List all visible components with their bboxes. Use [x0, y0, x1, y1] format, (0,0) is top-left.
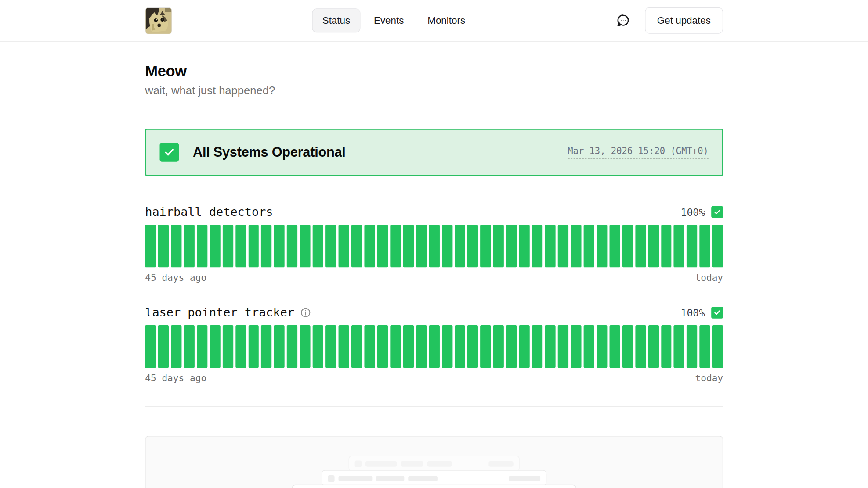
tracker-end-label: today [695, 373, 723, 384]
info-icon[interactable] [300, 307, 311, 318]
uptime-bar[interactable] [261, 225, 271, 267]
uptime-bar[interactable] [390, 325, 401, 368]
uptime-bar[interactable] [364, 325, 375, 368]
uptime-bar[interactable] [145, 325, 156, 368]
uptime-bar[interactable] [571, 225, 581, 267]
uptime-bar[interactable] [300, 225, 311, 267]
uptime-bar[interactable] [687, 225, 697, 267]
uptime-bar[interactable] [545, 225, 555, 267]
uptime-bar[interactable] [248, 225, 259, 267]
uptime-bar[interactable] [661, 225, 672, 267]
uptime-bar[interactable] [467, 225, 478, 267]
uptime-bar[interactable] [377, 325, 388, 368]
uptime-bar[interactable] [712, 225, 723, 267]
feedback-chat-button[interactable] [615, 13, 631, 29]
uptime-bar[interactable] [210, 325, 220, 368]
uptime-bar[interactable] [648, 225, 658, 267]
uptime-bar[interactable] [416, 325, 427, 368]
uptime-bar[interactable] [235, 225, 246, 267]
uptime-bar[interactable] [351, 325, 362, 368]
uptime-bar[interactable] [416, 225, 427, 267]
nav-tab-events[interactable]: Events [364, 8, 414, 32]
uptime-bar[interactable] [532, 325, 542, 368]
uptime-bar[interactable] [481, 225, 491, 267]
uptime-bar[interactable] [661, 325, 672, 368]
uptime-bar[interactable] [481, 325, 491, 368]
uptime-bar[interactable] [274, 325, 285, 368]
uptime-bar[interactable] [222, 225, 233, 267]
uptime-bar[interactable] [571, 325, 581, 368]
uptime-bar[interactable] [197, 225, 207, 267]
uptime-bar[interactable] [558, 225, 568, 267]
nav-tab-status[interactable]: Status [312, 8, 361, 32]
uptime-bar[interactable] [261, 325, 271, 368]
uptime-bar[interactable] [364, 225, 375, 267]
uptime-bar[interactable] [532, 225, 542, 267]
uptime-bar[interactable] [171, 325, 181, 368]
uptime-bar[interactable] [158, 325, 169, 368]
uptime-bar[interactable] [635, 325, 646, 368]
uptime-bar[interactable] [455, 325, 465, 368]
uptime-bar[interactable] [700, 225, 710, 267]
uptime-bar[interactable] [519, 225, 530, 267]
uptime-bar[interactable] [622, 325, 633, 368]
uptime-bar[interactable] [506, 225, 517, 267]
uptime-bar[interactable] [648, 325, 658, 368]
uptime-bar[interactable] [455, 225, 465, 267]
uptime-bar[interactable] [442, 325, 452, 368]
uptime-bar[interactable] [235, 325, 246, 368]
uptime-bar[interactable] [313, 325, 323, 368]
uptime-bar[interactable] [145, 225, 156, 267]
uptime-bar[interactable] [377, 225, 388, 267]
uptime-bar[interactable] [339, 225, 349, 267]
uptime-bar[interactable] [403, 325, 413, 368]
uptime-bar[interactable] [609, 325, 620, 368]
uptime-bar[interactable] [390, 225, 401, 267]
uptime-bar[interactable] [248, 325, 259, 368]
uptime-bar[interactable] [674, 225, 684, 267]
uptime-bar[interactable] [171, 225, 181, 267]
uptime-bar[interactable] [687, 325, 697, 368]
uptime-bar[interactable] [700, 325, 710, 368]
status-banner-timestamp[interactable]: Mar 13, 2026 15:20 (GMT+0) [568, 146, 709, 159]
main-content: Meow wait, what just happened? All Syste… [145, 63, 723, 488]
uptime-bar[interactable] [429, 325, 439, 368]
uptime-bar[interactable] [403, 225, 413, 267]
uptime-bar[interactable] [597, 325, 607, 368]
uptime-bar[interactable] [158, 225, 169, 267]
uptime-bar[interactable] [609, 225, 620, 267]
uptime-bar[interactable] [326, 325, 336, 368]
uptime-bar[interactable] [326, 225, 336, 267]
uptime-bar[interactable] [545, 325, 555, 368]
uptime-bar[interactable] [339, 325, 349, 368]
uptime-bar[interactable] [622, 225, 633, 267]
uptime-bar[interactable] [287, 225, 297, 267]
uptime-bar[interactable] [313, 225, 323, 267]
uptime-bar[interactable] [493, 225, 504, 267]
uptime-bar[interactable] [197, 325, 207, 368]
uptime-bar[interactable] [351, 225, 362, 267]
uptime-bar[interactable] [519, 325, 530, 368]
uptime-bar[interactable] [506, 325, 517, 368]
uptime-bar[interactable] [184, 325, 194, 368]
uptime-bar[interactable] [493, 325, 504, 368]
uptime-bar[interactable] [635, 225, 646, 267]
uptime-bar[interactable] [274, 225, 285, 267]
uptime-bar[interactable] [558, 325, 568, 368]
uptime-bar[interactable] [184, 225, 194, 267]
uptime-bar[interactable] [300, 325, 311, 368]
nav-tab-monitors[interactable]: Monitors [417, 8, 475, 32]
get-updates-button[interactable]: Get updates [645, 7, 723, 34]
uptime-bar[interactable] [222, 325, 233, 368]
uptime-bar[interactable] [583, 325, 594, 368]
uptime-bar[interactable] [597, 225, 607, 267]
uptime-bar[interactable] [467, 325, 478, 368]
uptime-bar[interactable] [429, 225, 439, 267]
uptime-bar[interactable] [712, 325, 723, 368]
uptime-bar[interactable] [287, 325, 297, 368]
uptime-bar[interactable] [210, 225, 220, 267]
uptime-bar[interactable] [583, 225, 594, 267]
uptime-bar[interactable] [442, 225, 452, 267]
site-logo-cat-image[interactable] [145, 7, 172, 34]
uptime-bar[interactable] [674, 325, 684, 368]
